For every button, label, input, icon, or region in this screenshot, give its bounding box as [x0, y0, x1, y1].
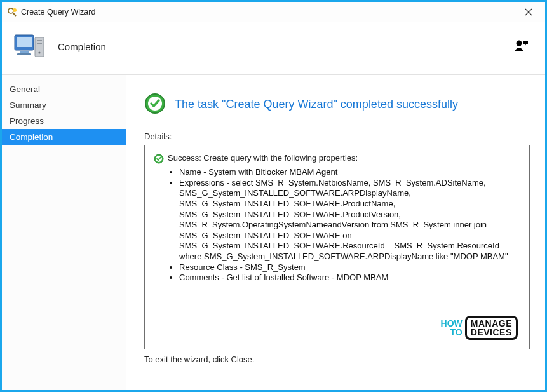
- prop-comments: Comments - Get list of Installed Softwar…: [179, 273, 520, 283]
- window-title: Create Query Wizard: [21, 8, 516, 17]
- close-icon: [525, 8, 532, 16]
- exit-note: To exit the wizard, click Close.: [144, 355, 530, 364]
- svg-rect-8: [17, 53, 31, 55]
- feedback-icon[interactable]: [513, 37, 530, 56]
- prop-name: Name - System with Bitlocker MBAM Agent: [179, 167, 520, 178]
- sidebar-item-summary[interactable]: Summary: [2, 97, 126, 113]
- wizard-header: Completion: [2, 22, 545, 74]
- sidebar-item-label: Completion: [10, 132, 53, 142]
- prop-resource-class: Resource Class - SMS_R_System: [179, 262, 520, 273]
- details-label: Details:: [144, 132, 530, 141]
- watermark-left: HOW TO: [441, 319, 463, 337]
- computer-icon: [12, 29, 48, 64]
- header-left: Completion: [12, 29, 106, 64]
- svg-rect-7: [20, 51, 29, 53]
- main-panel: The task "Create Query Wizard" completed…: [126, 75, 545, 390]
- sidebar-item-label: Progress: [10, 116, 44, 126]
- success-check-icon: [144, 93, 166, 116]
- watermark-box: MANAGE DEVICES: [465, 316, 518, 340]
- svg-point-0: [8, 8, 13, 13]
- wizard-window: Create Query Wizard: [0, 0, 547, 392]
- sidebar: General Summary Progress Completion: [2, 75, 126, 390]
- sidebar-item-label: Summary: [10, 100, 46, 110]
- properties-list: Name - System with Bitlocker MBAM Agent …: [154, 167, 520, 283]
- svg-point-2: [13, 8, 17, 12]
- status-row: The task "Create Query Wizard" completed…: [144, 93, 530, 116]
- watermark: HOW TO MANAGE DEVICES: [441, 316, 518, 340]
- success-line: Success: Create query with the following…: [154, 153, 520, 166]
- titlebar: Create Query Wizard: [2, 2, 545, 22]
- success-text: Success: Create query with the following…: [168, 153, 358, 163]
- close-button[interactable]: [516, 3, 541, 21]
- prop-expressions: Expressions - select SMS_R_System.Netbio…: [179, 178, 520, 262]
- status-title: The task "Create Query Wizard" completed…: [175, 98, 458, 111]
- page-title: Completion: [58, 41, 106, 52]
- sidebar-item-label: General: [10, 84, 40, 94]
- sidebar-item-completion[interactable]: Completion: [2, 129, 126, 145]
- svg-point-12: [38, 51, 40, 53]
- sidebar-item-general[interactable]: General: [2, 81, 126, 97]
- svg-line-1: [13, 13, 16, 16]
- wizard-body: General Summary Progress Completion: [2, 74, 545, 390]
- app-icon: [7, 7, 17, 17]
- details-box: Success: Create query with the following…: [144, 145, 530, 349]
- sidebar-item-progress[interactable]: Progress: [2, 113, 126, 129]
- success-small-icon: [154, 154, 164, 166]
- svg-rect-11: [37, 43, 42, 44]
- svg-point-13: [517, 40, 522, 46]
- svg-rect-6: [17, 37, 32, 47]
- svg-rect-10: [37, 40, 42, 41]
